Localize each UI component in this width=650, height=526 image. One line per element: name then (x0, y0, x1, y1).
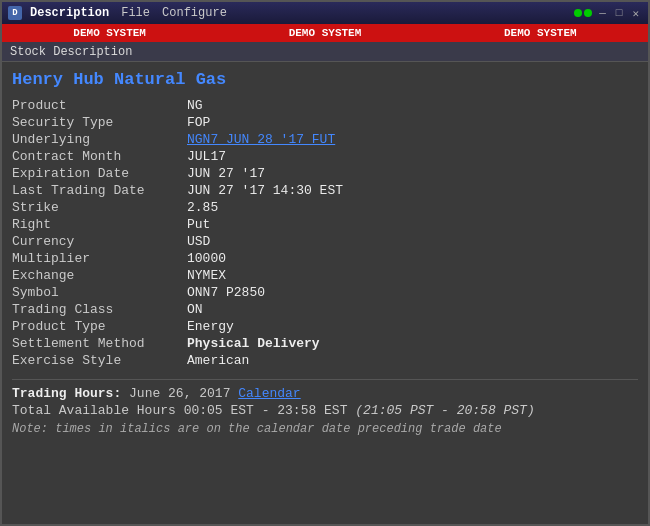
field-value: NYMEX (187, 267, 638, 284)
table-row: UnderlyingNGN7 JUN 28 '17 FUT (12, 131, 638, 148)
field-value: ON (187, 301, 638, 318)
menu-configure[interactable]: Configure (162, 6, 227, 20)
field-label: Trading Class (12, 301, 187, 318)
field-label: Expiration Date (12, 165, 187, 182)
field-label: Settlement Method (12, 335, 187, 352)
field-label: Underlying (12, 131, 187, 148)
field-label: Strike (12, 199, 187, 216)
maximize-button[interactable]: □ (613, 7, 626, 19)
trading-hours-line: Trading Hours: June 26, 2017 Calendar (12, 386, 638, 401)
main-window: D Description File Configure — □ ✕ DEMO … (0, 0, 650, 526)
field-value: ONN7 P2850 (187, 284, 638, 301)
demo-label-2: DEMO SYSTEM (289, 27, 362, 39)
underlying-link[interactable]: NGN7 JUN 28 '17 FUT (187, 132, 335, 147)
table-row: CurrencyUSD (12, 233, 638, 250)
table-row: Trading ClassON (12, 301, 638, 318)
field-value: FOP (187, 114, 638, 131)
close-button[interactable]: ✕ (629, 7, 642, 20)
table-row: Settlement MethodPhysical Delivery (12, 335, 638, 352)
field-value: JUN 27 '17 14:30 EST (187, 182, 638, 199)
table-row: ProductNG (12, 97, 638, 114)
field-label: Exchange (12, 267, 187, 284)
section-header: Stock Description (2, 42, 648, 62)
field-value: USD (187, 233, 638, 250)
field-value: JUL17 (187, 148, 638, 165)
field-label: Security Type (12, 114, 187, 131)
total-hours-line: Total Available Hours 00:05 EST - 23:58 … (12, 403, 638, 418)
product-title: Henry Hub Natural Gas (12, 70, 638, 89)
field-value: JUN 27 '17 (187, 165, 638, 182)
trading-hours-section: Trading Hours: June 26, 2017 Calendar To… (12, 379, 638, 436)
field-label: Contract Month (12, 148, 187, 165)
section-header-text: Stock Description (10, 45, 132, 59)
table-row: Expiration DateJUN 27 '17 (12, 165, 638, 182)
window-title: Description (30, 6, 109, 20)
title-bar: D Description File Configure — □ ✕ (2, 2, 648, 24)
field-value: 10000 (187, 250, 638, 267)
field-label: Currency (12, 233, 187, 250)
trading-hours-label: Trading Hours: (12, 386, 121, 401)
table-row: Exercise StyleAmerican (12, 352, 638, 369)
total-hours-value: 00:05 EST - 23:58 EST (184, 403, 348, 418)
field-label: Symbol (12, 284, 187, 301)
table-row: Multiplier10000 (12, 250, 638, 267)
info-table: ProductNGSecurity TypeFOPUnderlyingNGN7 … (12, 97, 638, 369)
content-area: Henry Hub Natural Gas ProductNGSecurity … (2, 62, 648, 524)
table-row: Security TypeFOP (12, 114, 638, 131)
table-row: RightPut (12, 216, 638, 233)
table-row: Contract MonthJUL17 (12, 148, 638, 165)
field-value: NG (187, 97, 638, 114)
trading-hours-date: June 26, 2017 (129, 386, 230, 401)
field-value: Energy (187, 318, 638, 335)
calendar-note: Note: times in italics are on the calend… (12, 422, 638, 436)
field-label: Product (12, 97, 187, 114)
field-label: Last Trading Date (12, 182, 187, 199)
demo-bar: DEMO SYSTEM DEMO SYSTEM DEMO SYSTEM (2, 24, 648, 42)
green-dot-left (574, 9, 582, 17)
total-hours-italic: (21:05 PST - 20:58 PST) (355, 403, 534, 418)
minimize-button[interactable]: — (596, 7, 609, 19)
field-label: Product Type (12, 318, 187, 335)
field-value: Put (187, 216, 638, 233)
total-hours-label: Total Available Hours (12, 403, 176, 418)
app-icon-letter: D (12, 8, 17, 18)
table-row: Product TypeEnergy (12, 318, 638, 335)
green-dot-right (584, 9, 592, 17)
connection-icon (574, 9, 592, 17)
field-value: American (187, 352, 638, 369)
field-label: Exercise Style (12, 352, 187, 369)
demo-label-1: DEMO SYSTEM (73, 27, 146, 39)
field-value: 2.85 (187, 199, 638, 216)
calendar-link[interactable]: Calendar (238, 386, 300, 401)
table-row: ExchangeNYMEX (12, 267, 638, 284)
menu-file[interactable]: File (121, 6, 150, 20)
field-value[interactable]: NGN7 JUN 28 '17 FUT (187, 131, 638, 148)
window-controls: — □ ✕ (574, 7, 642, 20)
field-value: Physical Delivery (187, 335, 638, 352)
field-label: Multiplier (12, 250, 187, 267)
table-row: SymbolONN7 P2850 (12, 284, 638, 301)
field-label: Right (12, 216, 187, 233)
table-row: Last Trading DateJUN 27 '17 14:30 EST (12, 182, 638, 199)
demo-label-3: DEMO SYSTEM (504, 27, 577, 39)
app-icon: D (8, 6, 22, 20)
table-row: Strike2.85 (12, 199, 638, 216)
